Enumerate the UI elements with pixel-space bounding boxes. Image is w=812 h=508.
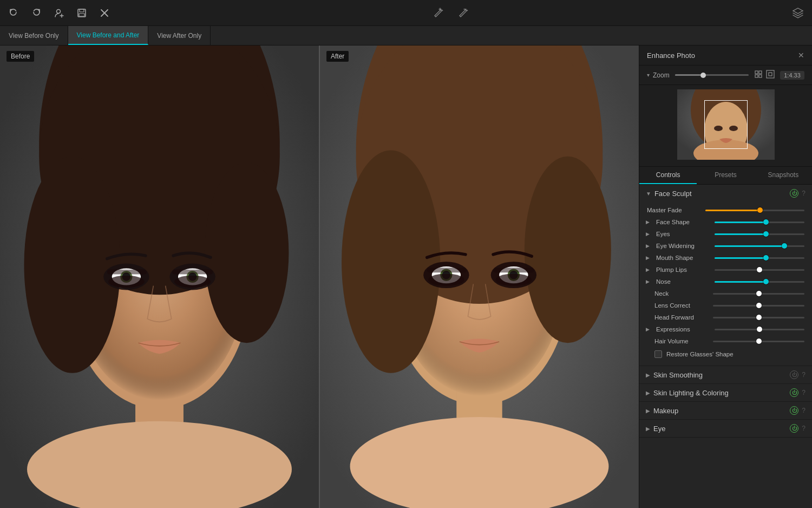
head-forward-row: Head Forward xyxy=(639,311,812,323)
eye-widening-slider[interactable] xyxy=(715,245,804,247)
tab-controls[interactable]: Controls xyxy=(639,167,697,184)
skin-lighting-chevron: ▶ xyxy=(646,390,650,396)
expressions-slider[interactable] xyxy=(715,329,804,330)
skin-lighting-power-button[interactable]: ⏻ xyxy=(790,388,798,397)
undo-button[interactable] xyxy=(6,6,21,20)
svg-rect-55 xyxy=(755,75,758,77)
tab-view-after-only[interactable]: View After Only xyxy=(148,26,211,45)
enhance-title: Enhance Photo xyxy=(647,51,695,60)
plump-lips-label: Plump Lips xyxy=(656,266,710,273)
eye-title: Eye xyxy=(653,425,785,433)
pen-add-tool[interactable] xyxy=(431,6,446,20)
tab-presets[interactable]: Presets xyxy=(697,167,754,184)
thumbnail-viewport-box xyxy=(704,100,748,149)
svg-rect-56 xyxy=(759,75,762,77)
face-sculpt-title: Face Sculpt xyxy=(654,190,785,198)
svg-point-21 xyxy=(24,157,120,373)
neck-row: Neck xyxy=(639,288,812,299)
lens-correct-label: Lens Correct xyxy=(654,302,709,309)
neck-slider[interactable] xyxy=(713,293,804,295)
nose-row: ▶ Nose xyxy=(639,276,812,288)
right-panel: Enhance Photo ✕ ▾ Zoom xyxy=(639,45,812,508)
eye-section: ▶ Eye ⏻ ? xyxy=(639,420,812,438)
head-forward-slider[interactable] xyxy=(713,317,804,318)
neck-label: Neck xyxy=(654,290,709,297)
master-fade-slider[interactable] xyxy=(705,210,804,211)
expressions-label: Expressions xyxy=(656,326,710,333)
nose-slider[interactable] xyxy=(715,281,804,283)
eyes-slider[interactable] xyxy=(715,233,804,235)
mouth-shape-chevron: ▶ xyxy=(646,255,650,260)
skin-lighting-help-button[interactable]: ? xyxy=(802,389,806,396)
makeup-chevron: ▶ xyxy=(646,408,650,414)
zoom-slider[interactable] xyxy=(675,74,749,76)
image-area: Before xyxy=(0,45,639,508)
tab-snapshots[interactable]: Snapshots xyxy=(755,167,812,184)
svg-point-22 xyxy=(205,162,289,343)
zoom-section: ▾ Zoom xyxy=(639,66,812,85)
hair-volume-row: Hair Volume xyxy=(639,335,812,347)
makeup-title: Makeup xyxy=(653,407,785,415)
zoom-fit-button[interactable] xyxy=(754,70,763,80)
master-fade-label: Master Fade xyxy=(647,207,701,213)
thumbnail-container xyxy=(677,89,775,160)
svg-rect-58 xyxy=(769,73,772,76)
zoom-label: ▾ Zoom xyxy=(647,71,670,79)
skin-smoothing-help-button[interactable]: ? xyxy=(802,371,806,379)
face-sculpt-header[interactable]: ▼ Face Sculpt ⏻ ? xyxy=(639,185,812,202)
svg-point-42 xyxy=(525,157,611,343)
skin-smoothing-power-button[interactable]: ⏻ xyxy=(790,370,798,379)
pen-subtract-tool[interactable] xyxy=(456,6,470,20)
layers-button[interactable] xyxy=(790,5,806,21)
panel-close-button[interactable]: ✕ xyxy=(798,51,804,60)
face-shape-label: Face Shape xyxy=(656,219,710,225)
restore-glasses-checkbox[interactable] xyxy=(654,350,662,358)
plump-lips-slider[interactable] xyxy=(715,269,804,271)
svg-rect-53 xyxy=(755,71,758,74)
tab-view-before-only[interactable]: View Before Only xyxy=(0,26,68,45)
svg-rect-5 xyxy=(79,14,84,16)
lens-correct-slider[interactable] xyxy=(713,305,804,307)
controls-panel: ▼ Face Sculpt ⏻ ? Master Fade xyxy=(639,185,812,508)
hair-volume-slider[interactable] xyxy=(713,341,804,342)
close-file-button[interactable] xyxy=(97,6,112,20)
svg-point-31 xyxy=(108,276,145,288)
redo-button[interactable] xyxy=(29,6,43,20)
face-shape-slider[interactable] xyxy=(715,222,804,223)
skin-lighting-header[interactable]: ▶ Skin Lighting & Coloring ⏻ ? xyxy=(639,384,812,401)
makeup-header[interactable]: ▶ Makeup ⏻ ? xyxy=(639,402,812,419)
svg-point-52 xyxy=(496,273,532,285)
skin-smoothing-header[interactable]: ▶ Skin Smoothing ⏻ ? xyxy=(639,366,812,383)
tab-view-before-after[interactable]: View Before and After xyxy=(68,26,149,45)
skin-lighting-title: Skin Lighting & Coloring xyxy=(653,389,785,397)
mouth-shape-slider[interactable] xyxy=(715,257,804,259)
svg-rect-57 xyxy=(767,70,774,78)
eye-chevron: ▶ xyxy=(646,426,650,432)
before-image xyxy=(0,45,319,508)
face-sculpt-chevron: ▼ xyxy=(646,191,651,197)
svg-point-51 xyxy=(428,273,464,285)
save-button[interactable] xyxy=(75,6,89,20)
nose-label: Nose xyxy=(656,278,710,285)
add-person-button[interactable] xyxy=(52,6,66,20)
before-label: Before xyxy=(6,51,34,62)
svg-point-32 xyxy=(174,276,211,288)
eye-header[interactable]: ▶ Eye ⏻ ? xyxy=(639,420,812,437)
enhance-header: Enhance Photo ✕ xyxy=(639,45,812,66)
face-sculpt-help-button[interactable]: ? xyxy=(802,190,806,197)
eye-power-button[interactable]: ⏻ xyxy=(790,424,798,433)
main-content: Before xyxy=(0,45,812,508)
makeup-help-button[interactable]: ? xyxy=(802,407,806,414)
face-sculpt-power-button[interactable]: ⏻ xyxy=(790,189,798,198)
eye-help-button[interactable]: ? xyxy=(802,425,806,432)
zoom-actual-button[interactable] xyxy=(766,70,775,80)
panel-tabs: Controls Presets Snapshots xyxy=(639,167,812,185)
nose-chevron: ▶ xyxy=(646,279,650,284)
eye-widening-chevron: ▶ xyxy=(646,243,650,249)
zoom-icons xyxy=(754,70,775,80)
toolbar xyxy=(0,0,812,26)
eyes-row: ▶ Eyes xyxy=(639,228,812,240)
makeup-power-button[interactable]: ⏻ xyxy=(790,406,798,415)
face-shape-chevron: ▶ xyxy=(646,219,650,225)
view-tabs-bar: View Before Only View Before and After V… xyxy=(0,26,812,45)
